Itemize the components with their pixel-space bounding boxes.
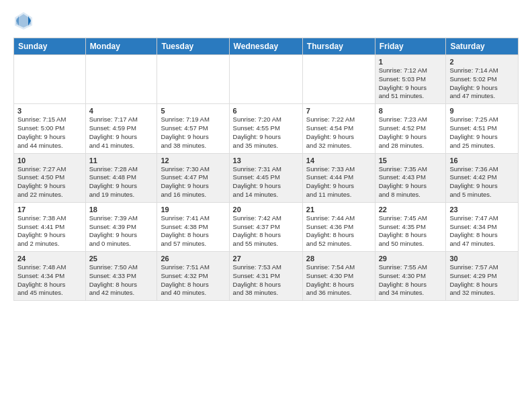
day-info: Sunrise: 7:33 AM Sunset: 4:44 PM Dayligh… (306, 165, 371, 199)
calendar-cell: 2Sunrise: 7:14 AM Sunset: 5:02 PM Daylig… (446, 55, 519, 104)
day-number: 29 (379, 255, 443, 263)
day-number: 28 (306, 255, 371, 263)
calendar-cell: 27Sunrise: 7:53 AM Sunset: 4:31 PM Dayli… (229, 252, 302, 301)
day-info: Sunrise: 7:20 AM Sunset: 4:55 PM Dayligh… (233, 116, 299, 150)
weekday-header-row: SundayMondayTuesdayWednesdayThursdayFrid… (14, 38, 519, 55)
day-info: Sunrise: 7:17 AM Sunset: 4:59 PM Dayligh… (89, 116, 154, 150)
page: SundayMondayTuesdayWednesdayThursdayFrid… (0, 0, 532, 411)
day-number: 21 (306, 205, 371, 214)
calendar-row-0: 1Sunrise: 7:12 AM Sunset: 5:03 PM Daylig… (14, 55, 519, 104)
day-number: 7 (306, 107, 371, 115)
day-info: Sunrise: 7:42 AM Sunset: 4:37 PM Dayligh… (233, 214, 299, 248)
day-number: 5 (161, 107, 225, 115)
day-info: Sunrise: 7:27 AM Sunset: 4:50 PM Dayligh… (17, 165, 82, 199)
calendar-cell: 15Sunrise: 7:35 AM Sunset: 4:43 PM Dayli… (375, 153, 446, 202)
weekday-header-sunday: Sunday (14, 38, 86, 55)
day-info: Sunrise: 7:31 AM Sunset: 4:45 PM Dayligh… (233, 165, 299, 199)
day-number: 22 (379, 205, 443, 214)
calendar-cell (85, 55, 157, 104)
header (13, 11, 519, 31)
day-info: Sunrise: 7:36 AM Sunset: 4:42 PM Dayligh… (449, 165, 515, 199)
weekday-header-saturday: Saturday (446, 38, 519, 55)
calendar-cell: 1Sunrise: 7:12 AM Sunset: 5:03 PM Daylig… (375, 55, 446, 104)
calendar-cell: 6Sunrise: 7:20 AM Sunset: 4:55 PM Daylig… (229, 104, 302, 153)
calendar-row-3: 17Sunrise: 7:38 AM Sunset: 4:41 PM Dayli… (14, 202, 519, 251)
day-number: 16 (449, 156, 515, 165)
calendar-cell: 20Sunrise: 7:42 AM Sunset: 4:37 PM Dayli… (229, 202, 302, 251)
day-info: Sunrise: 7:57 AM Sunset: 4:29 PM Dayligh… (449, 263, 515, 298)
calendar-cell: 22Sunrise: 7:45 AM Sunset: 4:35 PM Dayli… (375, 202, 446, 251)
day-number: 1 (379, 58, 443, 66)
calendar-cell: 8Sunrise: 7:23 AM Sunset: 4:52 PM Daylig… (375, 104, 446, 153)
day-info: Sunrise: 7:53 AM Sunset: 4:31 PM Dayligh… (233, 263, 299, 298)
calendar-cell: 24Sunrise: 7:48 AM Sunset: 4:34 PM Dayli… (14, 252, 86, 301)
calendar-cell: 23Sunrise: 7:47 AM Sunset: 4:34 PM Dayli… (446, 202, 519, 251)
calendar-cell: 30Sunrise: 7:57 AM Sunset: 4:29 PM Dayli… (446, 252, 519, 301)
calendar-cell: 29Sunrise: 7:55 AM Sunset: 4:30 PM Dayli… (375, 252, 446, 301)
calendar-cell: 9Sunrise: 7:25 AM Sunset: 4:51 PM Daylig… (446, 104, 519, 153)
day-info: Sunrise: 7:54 AM Sunset: 4:30 PM Dayligh… (306, 263, 371, 298)
calendar-cell: 19Sunrise: 7:41 AM Sunset: 4:38 PM Dayli… (157, 202, 229, 251)
day-number: 26 (161, 255, 225, 263)
day-number: 3 (17, 107, 82, 115)
day-info: Sunrise: 7:25 AM Sunset: 4:51 PM Dayligh… (449, 116, 515, 150)
day-number: 9 (449, 107, 515, 115)
calendar-cell: 14Sunrise: 7:33 AM Sunset: 4:44 PM Dayli… (302, 153, 375, 202)
calendar-cell: 13Sunrise: 7:31 AM Sunset: 4:45 PM Dayli… (229, 153, 302, 202)
day-number: 30 (449, 255, 515, 263)
weekday-header-wednesday: Wednesday (229, 38, 302, 55)
calendar-cell: 28Sunrise: 7:54 AM Sunset: 4:30 PM Dayli… (302, 252, 375, 301)
day-number: 6 (233, 107, 299, 115)
day-info: Sunrise: 7:15 AM Sunset: 5:00 PM Dayligh… (17, 116, 82, 150)
day-number: 14 (306, 156, 371, 165)
day-info: Sunrise: 7:51 AM Sunset: 4:32 PM Dayligh… (161, 263, 225, 298)
day-number: 2 (449, 58, 515, 66)
day-info: Sunrise: 7:23 AM Sunset: 4:52 PM Dayligh… (379, 116, 443, 150)
calendar-cell: 4Sunrise: 7:17 AM Sunset: 4:59 PM Daylig… (85, 104, 157, 153)
day-number: 19 (161, 205, 225, 214)
calendar-table: SundayMondayTuesdayWednesdayThursdayFrid… (13, 38, 519, 301)
calendar-cell (14, 55, 86, 104)
calendar-row-4: 24Sunrise: 7:48 AM Sunset: 4:34 PM Dayli… (14, 252, 519, 301)
day-number: 15 (379, 156, 443, 165)
calendar-cell: 3Sunrise: 7:15 AM Sunset: 5:00 PM Daylig… (14, 104, 86, 153)
calendar-cell: 7Sunrise: 7:22 AM Sunset: 4:54 PM Daylig… (302, 104, 375, 153)
calendar-cell: 10Sunrise: 7:27 AM Sunset: 4:50 PM Dayli… (14, 153, 86, 202)
calendar-cell: 11Sunrise: 7:28 AM Sunset: 4:48 PM Dayli… (85, 153, 157, 202)
calendar-cell: 16Sunrise: 7:36 AM Sunset: 4:42 PM Dayli… (446, 153, 519, 202)
calendar-cell: 17Sunrise: 7:38 AM Sunset: 4:41 PM Dayli… (14, 202, 86, 251)
calendar-cell (229, 55, 302, 104)
day-number: 20 (233, 205, 299, 214)
day-number: 18 (89, 205, 154, 214)
calendar-cell: 12Sunrise: 7:30 AM Sunset: 4:47 PM Dayli… (157, 153, 229, 202)
day-info: Sunrise: 7:55 AM Sunset: 4:30 PM Dayligh… (379, 263, 443, 298)
day-number: 23 (449, 205, 515, 214)
weekday-header-monday: Monday (85, 38, 157, 55)
day-info: Sunrise: 7:39 AM Sunset: 4:39 PM Dayligh… (89, 214, 154, 248)
day-number: 11 (89, 156, 154, 165)
day-number: 24 (17, 255, 82, 263)
day-info: Sunrise: 7:12 AM Sunset: 5:03 PM Dayligh… (379, 66, 443, 101)
day-info: Sunrise: 7:22 AM Sunset: 4:54 PM Dayligh… (306, 116, 371, 150)
day-info: Sunrise: 7:38 AM Sunset: 4:41 PM Dayligh… (17, 214, 82, 248)
logo-icon (13, 11, 34, 31)
day-info: Sunrise: 7:41 AM Sunset: 4:38 PM Dayligh… (161, 214, 225, 248)
day-number: 10 (17, 156, 82, 165)
calendar-cell: 18Sunrise: 7:39 AM Sunset: 4:39 PM Dayli… (85, 202, 157, 251)
day-info: Sunrise: 7:44 AM Sunset: 4:36 PM Dayligh… (306, 214, 371, 248)
day-info: Sunrise: 7:28 AM Sunset: 4:48 PM Dayligh… (89, 165, 154, 199)
day-info: Sunrise: 7:50 AM Sunset: 4:33 PM Dayligh… (89, 263, 154, 298)
calendar-row-2: 10Sunrise: 7:27 AM Sunset: 4:50 PM Dayli… (14, 153, 519, 202)
day-number: 17 (17, 205, 82, 214)
calendar-cell (302, 55, 375, 104)
calendar-cell: 21Sunrise: 7:44 AM Sunset: 4:36 PM Dayli… (302, 202, 375, 251)
day-number: 4 (89, 107, 154, 115)
day-info: Sunrise: 7:14 AM Sunset: 5:02 PM Dayligh… (449, 66, 515, 101)
day-number: 27 (233, 255, 299, 263)
day-number: 8 (379, 107, 443, 115)
calendar-cell: 25Sunrise: 7:50 AM Sunset: 4:33 PM Dayli… (85, 252, 157, 301)
weekday-header-friday: Friday (375, 38, 446, 55)
day-info: Sunrise: 7:48 AM Sunset: 4:34 PM Dayligh… (17, 263, 82, 298)
weekday-header-thursday: Thursday (302, 38, 375, 55)
calendar-cell: 26Sunrise: 7:51 AM Sunset: 4:32 PM Dayli… (157, 252, 229, 301)
